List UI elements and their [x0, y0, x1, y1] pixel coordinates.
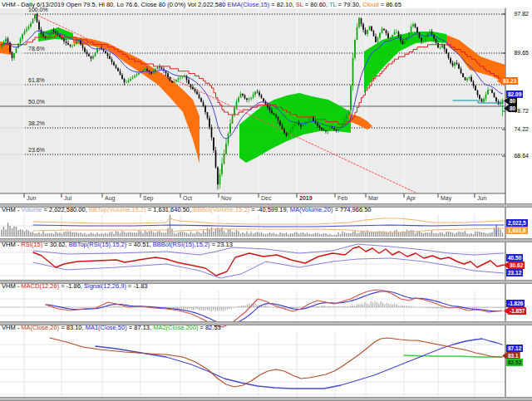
candle-up [234, 108, 235, 115]
candle-down [146, 69, 148, 71]
candle-up [17, 43, 19, 48]
candle-up [308, 119, 310, 120]
volume-bar [49, 233, 50, 237]
volume-bar [249, 233, 249, 237]
volume-bar [53, 234, 54, 237]
candle-down [159, 66, 160, 67]
candle-up [5, 38, 7, 42]
candle-up [348, 110, 350, 115]
candle-up [24, 32, 26, 35]
candle-up [294, 124, 296, 127]
candle-down [416, 27, 418, 33]
volume-bar [5, 230, 6, 237]
candle-up [95, 52, 96, 56]
volume-bar [184, 232, 185, 237]
candle-up [145, 69, 146, 70]
volume-bar [307, 232, 308, 237]
candle-down [211, 127, 213, 137]
volume-bar [346, 233, 347, 237]
volume-bar [107, 234, 108, 237]
candle-down [190, 84, 192, 87]
candle-down [37, 14, 38, 22]
volume-bar [475, 232, 475, 237]
rsi-bbbot-line [33, 258, 504, 278]
candle-down [7, 38, 9, 42]
volume-bar [254, 232, 255, 237]
candle-up [392, 35, 393, 38]
charts-canvas[interactable] [0, 0, 532, 401]
candle-down [461, 69, 462, 73]
candle-down [171, 81, 173, 82]
candle-up [311, 118, 313, 119]
candle-down [300, 125, 302, 126]
volume-bar [275, 234, 276, 237]
candle-down [279, 121, 281, 125]
volume-bar [204, 232, 205, 237]
candle-down [209, 118, 210, 127]
candle-down [121, 75, 123, 79]
candle-up [423, 41, 425, 42]
volume-bar [323, 233, 324, 237]
candle-up [182, 76, 184, 77]
volume-bar [17, 230, 18, 237]
candle-down [242, 94, 244, 95]
volume-bar [163, 232, 164, 237]
candle-up [303, 125, 304, 126]
candle-down [82, 44, 84, 48]
candle-up [490, 90, 491, 90]
candle-up [352, 58, 354, 86]
candle-up [425, 37, 426, 41]
candle-up [288, 133, 289, 136]
volume-bar [78, 233, 79, 237]
candle-up [404, 41, 406, 44]
candle-up [138, 73, 140, 75]
candle-up [379, 33, 381, 37]
candle-up [396, 32, 397, 32]
volume-bar [261, 232, 262, 237]
candle-down [84, 48, 86, 52]
candle-down [398, 32, 400, 36]
volume-bar [448, 232, 449, 237]
volume-bar [7, 223, 8, 237]
candle-down [313, 118, 314, 121]
volume-bar [213, 232, 214, 237]
volume-bar [431, 231, 432, 237]
volume-bar [437, 233, 438, 237]
candle-down [259, 92, 260, 95]
volume-bar [278, 234, 278, 237]
volume-bar [358, 232, 359, 237]
candle-down [38, 22, 40, 29]
volume-bar [88, 233, 89, 237]
volume-bar [427, 232, 428, 237]
volume-bar [22, 230, 22, 237]
candle-up [34, 14, 36, 19]
volume-bar [300, 232, 301, 237]
candle-up [250, 98, 252, 99]
volume-bar [30, 232, 31, 237]
candle-down [215, 150, 217, 168]
candle-down [124, 79, 126, 83]
volume-bar [84, 233, 85, 237]
volume-bar [283, 233, 284, 237]
rsi-bbtop-line [33, 244, 504, 255]
volume-bar [298, 233, 299, 237]
chart-window: VHM - Daily 6/13/2019 Open 79.5, Hi 80, … [0, 0, 532, 401]
volume-bar [175, 233, 176, 237]
volume-bar [290, 233, 291, 237]
volume-bar [149, 231, 150, 237]
volume-bar [450, 232, 451, 237]
volume-bar [42, 231, 43, 237]
candle-up [236, 101, 238, 108]
volume-bar [134, 232, 135, 237]
macd-line [46, 290, 502, 327]
volume-bar [117, 232, 118, 237]
candle-down [452, 63, 454, 66]
candle-up [337, 129, 339, 130]
volume-bar [24, 231, 25, 237]
candle-up [394, 32, 396, 35]
volume-bar [182, 232, 183, 237]
volume-bar [337, 232, 338, 237]
candle-up [377, 37, 379, 42]
volume-bar [494, 227, 495, 237]
volume-bar [456, 232, 457, 237]
